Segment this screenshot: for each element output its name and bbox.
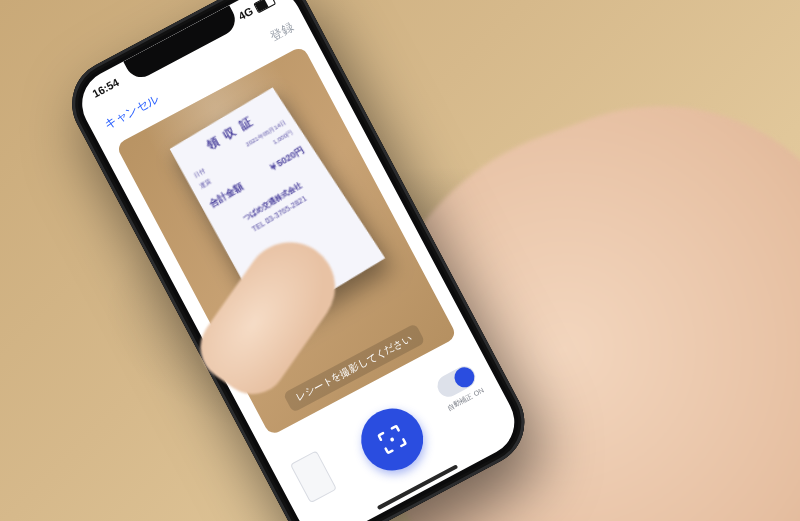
toggle-knob xyxy=(451,364,478,391)
status-time: 16:54 xyxy=(90,76,120,100)
shutter-button[interactable] xyxy=(350,398,434,482)
status-right: 4G xyxy=(236,0,276,22)
thumbnail-slot[interactable] xyxy=(290,450,337,503)
battery-icon xyxy=(253,0,276,13)
scan-frame-icon xyxy=(372,419,413,460)
register-button[interactable]: 登録 xyxy=(267,18,296,44)
svg-point-0 xyxy=(390,437,395,442)
receipt-phone-label: TEL xyxy=(250,220,265,234)
receipt-fare-label: 運賃 xyxy=(198,177,213,191)
scene: 16:54 4G キャンセル 登録 領 収 証 xyxy=(0,0,800,521)
autocrop-control: 自動補正 ON xyxy=(433,362,486,413)
status-network: 4G xyxy=(236,5,255,22)
